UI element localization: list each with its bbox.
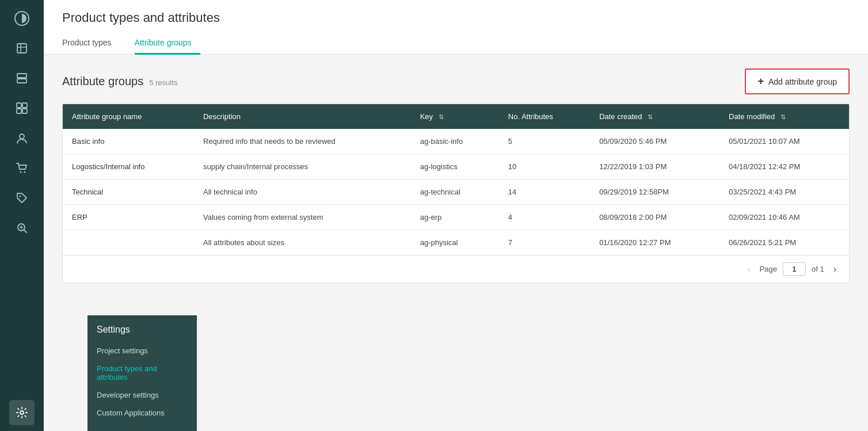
logo-icon[interactable] (9, 6, 35, 31)
pagination: ‹ Page of 1 › (63, 255, 849, 283)
svg-rect-4 (17, 103, 21, 108)
svg-point-11 (20, 196, 21, 197)
table-row[interactable]: Basic info Required info that needs to b… (63, 129, 849, 154)
section-title: Attribute groups (62, 75, 143, 88)
cell-name: Basic info (63, 129, 194, 154)
page-title: Product types and attributes (62, 10, 850, 25)
settings-item-project[interactable]: Project settings (87, 342, 197, 360)
cell-description: All technical info (194, 180, 411, 205)
settings-dropdown-title: Settings (87, 325, 197, 342)
cell-no-attributes: 5 (499, 129, 590, 154)
section-header: Attribute groups 5 results + Add attribu… (62, 68, 850, 94)
cell-key: ag-basic-info (411, 129, 499, 154)
tag-icon[interactable] (9, 185, 35, 211)
cell-key: ag-logistics (411, 154, 499, 180)
page-number-input[interactable] (783, 262, 806, 276)
box-icon[interactable] (9, 36, 35, 61)
date-modified-sort-icon: ⇅ (781, 113, 786, 121)
cell-date-modified: 06/26/2021 5:21 PM (719, 230, 849, 255)
layers-icon[interactable] (9, 66, 35, 91)
results-count: 5 results (149, 78, 177, 87)
cell-date-created: 08/09/2018 2:00 PM (590, 205, 719, 230)
search-settings-icon[interactable] (9, 215, 35, 241)
settings-dropdown: Settings Project settings Product types … (87, 315, 197, 431)
table-row[interactable]: ERP Values coming from external system a… (63, 205, 849, 230)
cart-icon[interactable] (9, 155, 35, 181)
svg-point-13 (20, 411, 24, 414)
cell-date-created: 12/22/2019 1:03 PM (590, 154, 719, 180)
col-header-description: Description (194, 104, 411, 129)
tab-product-types[interactable]: Product types (62, 33, 121, 55)
svg-rect-1 (17, 44, 26, 53)
cell-date-modified: 04/18/2021 12:42 PM (719, 154, 849, 180)
svg-rect-5 (22, 103, 27, 108)
col-header-no-attributes: No. Attributes (499, 104, 590, 129)
cell-key: ag-erp (411, 205, 499, 230)
cell-description: Values coming from external system (194, 205, 411, 230)
cell-date-modified: 02/09/2021 10:46 AM (719, 205, 849, 230)
cell-name: Technical (63, 180, 194, 205)
cell-no-attributes: 4 (499, 205, 590, 230)
table-header-row: Attribute group name Description Key ⇅ N… (63, 104, 849, 129)
settings-item-product-types[interactable]: Product types and attributes (87, 360, 197, 386)
attribute-groups-table: Attribute group name Description Key ⇅ N… (62, 104, 850, 283)
settings-item-custom-apps[interactable]: Custom Applications (87, 404, 197, 422)
cell-description: All attributes about sizes (194, 230, 411, 255)
cell-no-attributes: 7 (499, 230, 590, 255)
date-created-sort-icon: ⇅ (648, 113, 653, 121)
cell-key: ag-technical (411, 180, 499, 205)
col-header-date-modified[interactable]: Date modified ⇅ (719, 104, 849, 129)
layout-icon[interactable] (9, 96, 35, 121)
col-header-key[interactable]: Key ⇅ (411, 104, 499, 129)
svg-rect-6 (17, 109, 21, 113)
plus-icon: + (757, 75, 764, 87)
section-title-area: Attribute groups 5 results (62, 75, 177, 88)
cell-key: ag-physical (411, 230, 499, 255)
cell-no-attributes: 10 (499, 154, 590, 180)
cell-name: Logostics/Internal info (63, 154, 194, 180)
cell-description: supply chain/Internal processes (194, 154, 411, 180)
add-button-label: Add attribute group (768, 77, 837, 86)
cell-date-created: 09/29/2019 12:58PM (590, 180, 719, 205)
cell-date-created: 05/09/2020 5:46 PM (590, 129, 719, 154)
page-label: Page (760, 265, 777, 273)
svg-rect-7 (22, 109, 27, 113)
settings-icon[interactable] (9, 400, 35, 425)
svg-rect-3 (17, 79, 26, 83)
main-content: Product types and attributes Product typ… (44, 0, 868, 431)
key-sort-icon: ⇅ (439, 113, 444, 121)
add-attribute-group-button[interactable]: + Add attribute group (745, 68, 850, 94)
sidebar (0, 0, 44, 431)
cell-date-modified: 05/01/2021 10:07 AM (719, 129, 849, 154)
next-page-button[interactable]: › (830, 263, 840, 276)
cell-no-attributes: 14 (499, 180, 590, 205)
tab-attribute-groups[interactable]: Attribute groups (135, 33, 201, 55)
svg-point-10 (24, 171, 26, 173)
cell-date-created: 01/16/2020 12:27 PM (590, 230, 719, 255)
cell-date-modified: 03/25/2021 4:43 PM (719, 180, 849, 205)
prev-page-button[interactable]: ‹ (744, 263, 753, 276)
col-header-date-created[interactable]: Date created ⇅ (590, 104, 719, 129)
col-header-name: Attribute group name (63, 104, 194, 129)
tabs: Product types Attribute groups (62, 33, 850, 54)
header: Product types and attributes Product typ… (44, 0, 868, 55)
user-icon[interactable] (9, 125, 35, 151)
svg-point-8 (20, 134, 24, 139)
table-row[interactable]: Technical All technical info ag-technica… (63, 180, 849, 205)
table-row[interactable]: All attributes about sizes ag-physical 7… (63, 230, 849, 255)
svg-point-9 (20, 171, 22, 173)
cell-name (63, 230, 194, 255)
of-label: of 1 (812, 265, 824, 273)
table-row[interactable]: Logostics/Internal info supply chain/Int… (63, 154, 849, 180)
settings-item-developer[interactable]: Developer settings (87, 386, 197, 404)
cell-description: Required info that needs to be reviewed (194, 129, 411, 154)
cell-name: ERP (63, 205, 194, 230)
svg-rect-2 (17, 74, 26, 78)
